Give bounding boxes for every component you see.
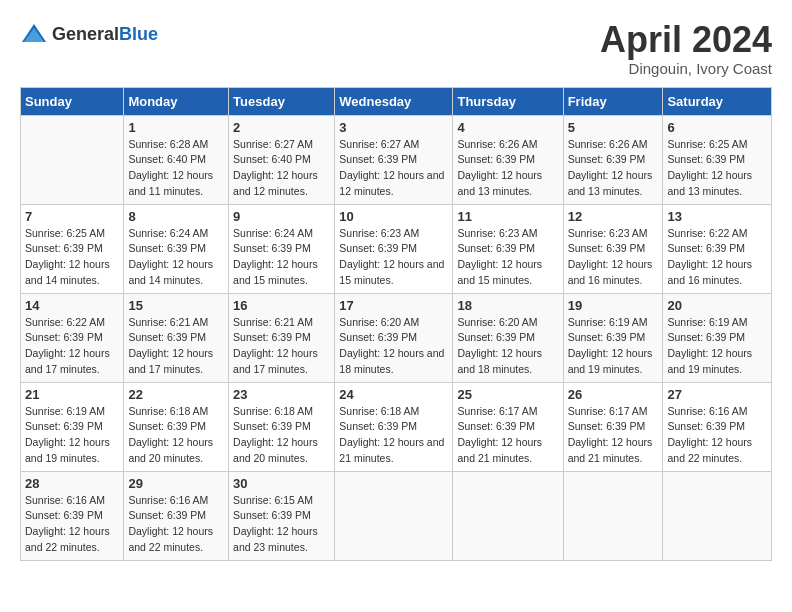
sunset-text: Sunset: 6:39 PM	[25, 509, 103, 521]
daylight-text: Daylight: 12 hours and 21 minutes.	[339, 436, 444, 464]
sunset-text: Sunset: 6:39 PM	[128, 331, 206, 343]
day-info: Sunrise: 6:18 AMSunset: 6:39 PMDaylight:…	[339, 404, 448, 467]
sunset-text: Sunset: 6:39 PM	[339, 331, 417, 343]
main-title: April 2024	[600, 20, 772, 60]
calendar-cell: 25Sunrise: 6:17 AMSunset: 6:39 PMDayligh…	[453, 382, 563, 471]
daylight-text: Daylight: 12 hours and 22 minutes.	[128, 525, 213, 553]
daylight-text: Daylight: 12 hours and 12 minutes.	[233, 169, 318, 197]
sunrise-text: Sunrise: 6:26 AM	[568, 138, 648, 150]
day-number: 21	[25, 387, 119, 402]
sunset-text: Sunset: 6:39 PM	[233, 420, 311, 432]
calendar-cell: 17Sunrise: 6:20 AMSunset: 6:39 PMDayligh…	[335, 293, 453, 382]
sunset-text: Sunset: 6:39 PM	[667, 153, 745, 165]
daylight-text: Daylight: 12 hours and 21 minutes.	[457, 436, 542, 464]
sunrise-text: Sunrise: 6:24 AM	[128, 227, 208, 239]
day-number: 2	[233, 120, 330, 135]
calendar-cell: 29Sunrise: 6:16 AMSunset: 6:39 PMDayligh…	[124, 471, 229, 560]
daylight-text: Daylight: 12 hours and 19 minutes.	[568, 347, 653, 375]
sunset-text: Sunset: 6:39 PM	[568, 420, 646, 432]
calendar-cell: 6Sunrise: 6:25 AMSunset: 6:39 PMDaylight…	[663, 115, 772, 204]
day-number: 5	[568, 120, 659, 135]
daylight-text: Daylight: 12 hours and 13 minutes.	[568, 169, 653, 197]
daylight-text: Daylight: 12 hours and 18 minutes.	[339, 347, 444, 375]
calendar-cell: 23Sunrise: 6:18 AMSunset: 6:39 PMDayligh…	[229, 382, 335, 471]
day-number: 14	[25, 298, 119, 313]
sunset-text: Sunset: 6:39 PM	[233, 509, 311, 521]
sunrise-text: Sunrise: 6:18 AM	[128, 405, 208, 417]
day-number: 19	[568, 298, 659, 313]
calendar-cell	[563, 471, 663, 560]
logo-blue: Blue	[119, 24, 158, 44]
day-info: Sunrise: 6:26 AMSunset: 6:39 PMDaylight:…	[568, 137, 659, 200]
day-info: Sunrise: 6:24 AMSunset: 6:39 PMDaylight:…	[128, 226, 224, 289]
daylight-text: Daylight: 12 hours and 23 minutes.	[233, 525, 318, 553]
day-number: 17	[339, 298, 448, 313]
logo: GeneralBlue	[20, 20, 158, 48]
sunset-text: Sunset: 6:39 PM	[233, 242, 311, 254]
col-sunday: Sunday	[21, 87, 124, 115]
calendar-cell: 28Sunrise: 6:16 AMSunset: 6:39 PMDayligh…	[21, 471, 124, 560]
calendar-cell: 11Sunrise: 6:23 AMSunset: 6:39 PMDayligh…	[453, 204, 563, 293]
day-number: 1	[128, 120, 224, 135]
sunset-text: Sunset: 6:39 PM	[128, 509, 206, 521]
day-number: 12	[568, 209, 659, 224]
sunset-text: Sunset: 6:39 PM	[339, 420, 417, 432]
calendar-cell: 2Sunrise: 6:27 AMSunset: 6:40 PMDaylight…	[229, 115, 335, 204]
calendar-cell: 19Sunrise: 6:19 AMSunset: 6:39 PMDayligh…	[563, 293, 663, 382]
calendar-cell: 13Sunrise: 6:22 AMSunset: 6:39 PMDayligh…	[663, 204, 772, 293]
day-info: Sunrise: 6:21 AMSunset: 6:39 PMDaylight:…	[233, 315, 330, 378]
calendar-cell: 15Sunrise: 6:21 AMSunset: 6:39 PMDayligh…	[124, 293, 229, 382]
daylight-text: Daylight: 12 hours and 15 minutes.	[233, 258, 318, 286]
calendar-cell: 5Sunrise: 6:26 AMSunset: 6:39 PMDaylight…	[563, 115, 663, 204]
sunset-text: Sunset: 6:39 PM	[457, 242, 535, 254]
sunrise-text: Sunrise: 6:26 AM	[457, 138, 537, 150]
header: GeneralBlue April 2024 Dingouin, Ivory C…	[20, 20, 772, 77]
week-row-5: 28Sunrise: 6:16 AMSunset: 6:39 PMDayligh…	[21, 471, 772, 560]
daylight-text: Daylight: 12 hours and 17 minutes.	[128, 347, 213, 375]
sunrise-text: Sunrise: 6:28 AM	[128, 138, 208, 150]
day-info: Sunrise: 6:17 AMSunset: 6:39 PMDaylight:…	[457, 404, 558, 467]
sunset-text: Sunset: 6:39 PM	[25, 420, 103, 432]
calendar-cell	[663, 471, 772, 560]
day-number: 29	[128, 476, 224, 491]
day-info: Sunrise: 6:16 AMSunset: 6:39 PMDaylight:…	[25, 493, 119, 556]
sunrise-text: Sunrise: 6:15 AM	[233, 494, 313, 506]
day-info: Sunrise: 6:25 AMSunset: 6:39 PMDaylight:…	[667, 137, 767, 200]
calendar-cell: 3Sunrise: 6:27 AMSunset: 6:39 PMDaylight…	[335, 115, 453, 204]
sunset-text: Sunset: 6:39 PM	[568, 242, 646, 254]
week-row-3: 14Sunrise: 6:22 AMSunset: 6:39 PMDayligh…	[21, 293, 772, 382]
daylight-text: Daylight: 12 hours and 14 minutes.	[25, 258, 110, 286]
day-info: Sunrise: 6:20 AMSunset: 6:39 PMDaylight:…	[339, 315, 448, 378]
day-number: 11	[457, 209, 558, 224]
logo-text: GeneralBlue	[52, 24, 158, 45]
daylight-text: Daylight: 12 hours and 12 minutes.	[339, 169, 444, 197]
sunset-text: Sunset: 6:39 PM	[457, 331, 535, 343]
day-info: Sunrise: 6:16 AMSunset: 6:39 PMDaylight:…	[667, 404, 767, 467]
col-saturday: Saturday	[663, 87, 772, 115]
week-row-2: 7Sunrise: 6:25 AMSunset: 6:39 PMDaylight…	[21, 204, 772, 293]
day-number: 6	[667, 120, 767, 135]
day-number: 20	[667, 298, 767, 313]
calendar-cell: 30Sunrise: 6:15 AMSunset: 6:39 PMDayligh…	[229, 471, 335, 560]
daylight-text: Daylight: 12 hours and 16 minutes.	[568, 258, 653, 286]
day-number: 10	[339, 209, 448, 224]
sunrise-text: Sunrise: 6:25 AM	[25, 227, 105, 239]
sunrise-text: Sunrise: 6:23 AM	[339, 227, 419, 239]
calendar-cell: 9Sunrise: 6:24 AMSunset: 6:39 PMDaylight…	[229, 204, 335, 293]
calendar-table: Sunday Monday Tuesday Wednesday Thursday…	[20, 87, 772, 561]
daylight-text: Daylight: 12 hours and 13 minutes.	[457, 169, 542, 197]
daylight-text: Daylight: 12 hours and 20 minutes.	[128, 436, 213, 464]
calendar-cell: 1Sunrise: 6:28 AMSunset: 6:40 PMDaylight…	[124, 115, 229, 204]
sunset-text: Sunset: 6:39 PM	[568, 153, 646, 165]
sunset-text: Sunset: 6:39 PM	[568, 331, 646, 343]
col-friday: Friday	[563, 87, 663, 115]
sunset-text: Sunset: 6:40 PM	[128, 153, 206, 165]
daylight-text: Daylight: 12 hours and 21 minutes.	[568, 436, 653, 464]
day-number: 16	[233, 298, 330, 313]
sunset-text: Sunset: 6:39 PM	[233, 331, 311, 343]
day-number: 4	[457, 120, 558, 135]
day-info: Sunrise: 6:27 AMSunset: 6:40 PMDaylight:…	[233, 137, 330, 200]
subtitle: Dingouin, Ivory Coast	[600, 60, 772, 77]
calendar-cell: 12Sunrise: 6:23 AMSunset: 6:39 PMDayligh…	[563, 204, 663, 293]
daylight-text: Daylight: 12 hours and 15 minutes.	[457, 258, 542, 286]
